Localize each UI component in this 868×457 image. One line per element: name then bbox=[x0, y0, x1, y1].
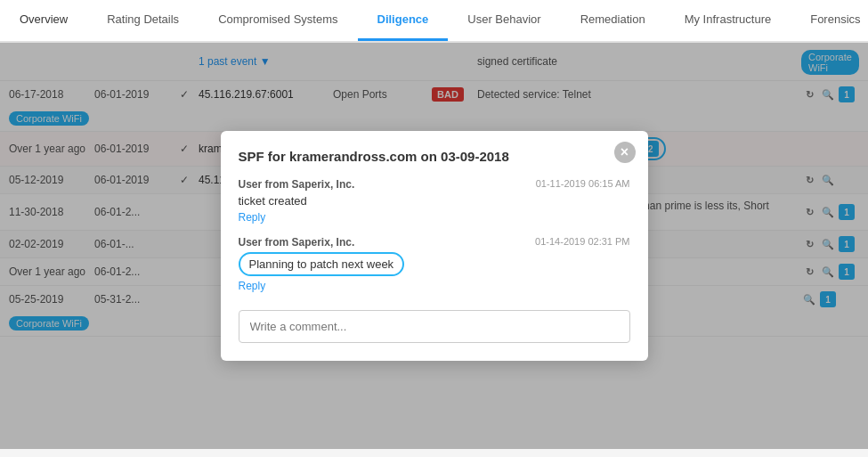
comment-time-1: 01-11-2019 06:15 AM bbox=[536, 178, 630, 189]
nav-compromised-systems[interactable]: Compromised Systems bbox=[199, 0, 357, 41]
comment-block-2: User from Saperix, Inc. 01-14-2019 02:31… bbox=[239, 236, 630, 292]
comment-text-1: ticket created bbox=[239, 194, 630, 208]
nav-forensics[interactable]: Forensics bbox=[791, 0, 868, 41]
modal-close-button[interactable]: × bbox=[614, 142, 636, 163]
nav-remediation[interactable]: Remediation bbox=[561, 0, 665, 41]
comment-author-1: User from Saperix, Inc. bbox=[239, 178, 355, 191]
comment-text-2: Planning to patch next week bbox=[249, 257, 394, 271]
nav-overview[interactable]: Overview bbox=[0, 0, 87, 41]
comment-reply-2[interactable]: Reply bbox=[239, 280, 630, 292]
nav-user-behavior[interactable]: User Behavior bbox=[448, 0, 560, 41]
comment-header-1: User from Saperix, Inc. 01-11-2019 06:15… bbox=[239, 178, 630, 191]
comment-time-2: 01-14-2019 02:31 PM bbox=[535, 236, 629, 247]
comment-oval-highlight: Planning to patch next week bbox=[239, 252, 405, 276]
modal-title: SPF for kramerandross.com on 03-09-2018 bbox=[239, 149, 630, 164]
nav-diligence[interactable]: Diligence bbox=[358, 0, 449, 41]
comment-author-2: User from Saperix, Inc. bbox=[239, 236, 355, 249]
nav-my-infrastructure[interactable]: My Infrastructure bbox=[665, 0, 791, 41]
comment-reply-1[interactable]: Reply bbox=[239, 211, 630, 224]
nav-rating-details[interactable]: Rating Details bbox=[87, 0, 199, 41]
modal-overlay[interactable]: SPF for kramerandross.com on 03-09-2018 … bbox=[0, 43, 868, 449]
navigation-bar: Overview Rating Details Compromised Syst… bbox=[0, 0, 868, 43]
content-area: 1 past event ▼ signed certificate Corpor… bbox=[0, 43, 868, 449]
modal-dialog: SPF for kramerandross.com on 03-09-2018 … bbox=[221, 131, 648, 361]
comment-block-1: User from Saperix, Inc. 01-11-2019 06:15… bbox=[239, 178, 630, 224]
comment-input[interactable] bbox=[239, 310, 630, 343]
comment-header-2: User from Saperix, Inc. 01-14-2019 02:31… bbox=[239, 236, 630, 249]
